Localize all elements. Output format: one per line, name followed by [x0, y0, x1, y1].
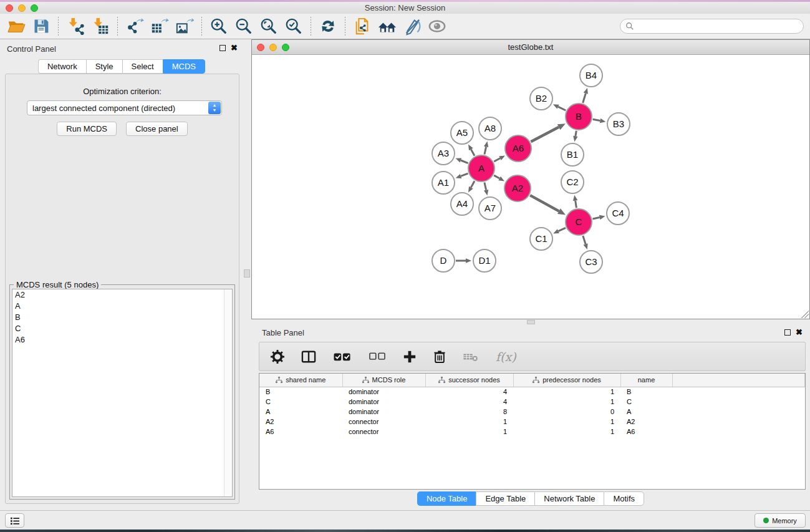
close-panel-icon[interactable]: ✖ — [231, 43, 238, 52]
node-D1[interactable]: D1 — [473, 249, 496, 272]
cell-predecessor-nodes[interactable]: 0 — [513, 407, 620, 417]
node-B1[interactable]: B1 — [561, 143, 584, 166]
node-A[interactable]: A — [468, 155, 494, 181]
run-mcds-button[interactable]: Run MCDS — [57, 122, 117, 136]
tab-network-table[interactable]: Network Table — [534, 491, 604, 506]
edge-D-D1[interactable] — [456, 258, 471, 263]
import-table-icon[interactable] — [88, 15, 113, 37]
zoom-fit-icon[interactable] — [256, 15, 281, 37]
export-table-icon[interactable] — [147, 15, 172, 37]
cell-name[interactable]: B — [620, 387, 672, 397]
close-panel-button[interactable]: Close panel — [126, 122, 188, 136]
cell-predecessor-nodes[interactable]: 1 — [513, 427, 620, 437]
edge-B-B1[interactable] — [573, 131, 577, 142]
node-A8[interactable]: A8 — [479, 117, 501, 140]
optimization-criterion-select[interactable]: largest connected component (directed) ▲… — [27, 100, 222, 115]
home-icon[interactable] — [375, 15, 400, 37]
edge-A6-B[interactable] — [531, 123, 565, 142]
table-panel-float-icon[interactable] — [784, 329, 791, 336]
zoom-selected-icon[interactable] — [281, 15, 306, 37]
mcds-result-item[interactable]: C — [12, 323, 232, 334]
select-all-rows-icon[interactable] — [333, 351, 352, 362]
save-session-icon[interactable] — [29, 15, 54, 37]
edge-A-A4[interactable] — [468, 181, 475, 192]
tab-edge-table[interactable]: Edge Table — [476, 491, 534, 506]
table-row-B[interactable]: Bdominator41B — [259, 387, 805, 397]
cell-shared-name[interactable]: C — [259, 397, 342, 407]
node-D[interactable]: D — [432, 249, 455, 272]
cell-MCDS-role[interactable]: connector — [342, 427, 425, 437]
export-network-icon[interactable] — [122, 15, 147, 37]
edge-B-B3[interactable] — [593, 118, 606, 123]
tab-network[interactable]: Network — [38, 59, 86, 74]
tab-style[interactable]: Style — [86, 59, 122, 74]
export-image-icon[interactable] — [172, 15, 197, 37]
cell-shared-name[interactable]: B — [259, 387, 342, 397]
edge-A-A5[interactable] — [468, 144, 475, 155]
tab-select[interactable]: Select — [122, 59, 163, 74]
cell-MCDS-role[interactable]: dominator — [342, 397, 425, 407]
edge-C-C3[interactable] — [583, 236, 588, 249]
cell-shared-name[interactable]: A — [259, 407, 342, 417]
node-A5[interactable]: A5 — [451, 122, 473, 144]
table-panel-close-icon[interactable]: ✖ — [796, 327, 803, 337]
edge-A-A8[interactable] — [484, 142, 488, 155]
cell-name[interactable]: A — [620, 407, 672, 417]
column-header-shared-name[interactable]: shared name — [259, 374, 342, 387]
cell-name[interactable]: A6 — [620, 427, 672, 437]
mcds-result-item[interactable]: A2 — [12, 289, 232, 301]
column-header-name[interactable]: name — [620, 374, 672, 387]
delete-column-trash-icon[interactable] — [433, 350, 446, 364]
edge-A-A3[interactable] — [456, 158, 468, 163]
cell-predecessor-nodes[interactable]: 1 — [513, 387, 620, 397]
mcds-result-item[interactable]: A — [12, 301, 232, 312]
node-B3[interactable]: B3 — [607, 113, 630, 135]
column-header-MCDS-role[interactable]: MCDS role — [342, 374, 425, 387]
node-A1[interactable]: A1 — [432, 172, 455, 194]
column-header-predecessor-nodes[interactable]: predecessor nodes — [513, 374, 620, 387]
zoom-out-icon[interactable] — [231, 15, 256, 37]
column-layout-icon[interactable] — [301, 350, 316, 364]
refresh-layout-icon[interactable] — [316, 15, 340, 37]
tab-node-table[interactable]: Node Table — [417, 491, 476, 506]
cell-successor-nodes[interactable]: 1 — [425, 427, 513, 437]
cell-successor-nodes[interactable]: 4 — [425, 397, 513, 407]
node-C3[interactable]: C3 — [580, 251, 602, 273]
cell-successor-nodes[interactable]: 1 — [425, 417, 513, 427]
mcds-result-item[interactable]: A6 — [12, 334, 232, 346]
edge-A-A1[interactable] — [456, 173, 468, 178]
table-row-A6[interactable]: A6connector11A6 — [259, 427, 805, 437]
horizontal-divider-grip[interactable] — [527, 320, 535, 324]
node-A2[interactable]: A2 — [504, 175, 531, 201]
add-column-icon[interactable] — [403, 350, 417, 364]
hide-annotations-icon[interactable] — [400, 15, 425, 37]
edge-C-C1[interactable] — [553, 228, 566, 233]
node-C[interactable]: C — [566, 209, 592, 235]
node-A3[interactable]: A3 — [432, 142, 455, 165]
cell-name[interactable]: A2 — [620, 417, 672, 427]
settings-gear-icon[interactable] — [271, 350, 284, 364]
cell-MCDS-role[interactable]: dominator — [342, 387, 425, 397]
float-panel-icon[interactable] — [219, 45, 226, 51]
edge-C-C2[interactable] — [573, 195, 577, 208]
edge-A-A2[interactable] — [494, 175, 504, 181]
open-file-icon[interactable] — [4, 15, 29, 37]
cell-name[interactable]: C — [620, 397, 672, 407]
network-canvas[interactable]: B4B2BB3B1A5A8A6A3AA1A2C2A4A7CC4C1C3DD1 — [252, 55, 809, 319]
import-network-icon[interactable] — [63, 15, 88, 37]
edge-A2-C[interactable] — [530, 195, 566, 215]
duplicate-network-icon[interactable] — [350, 15, 375, 37]
tab-mcds[interactable]: MCDS — [163, 59, 205, 74]
node-C2[interactable]: C2 — [561, 171, 584, 193]
zoom-in-icon[interactable] — [206, 15, 231, 37]
table-row-C[interactable]: Cdominator41C — [259, 397, 805, 407]
edge-B-B2[interactable] — [553, 104, 566, 110]
cell-predecessor-nodes[interactable]: 1 — [513, 397, 620, 407]
edge-B-B4[interactable] — [583, 88, 588, 103]
node-A7[interactable]: A7 — [479, 197, 501, 220]
vertical-divider-grip[interactable] — [244, 269, 250, 278]
cell-predecessor-nodes[interactable]: 1 — [513, 417, 620, 427]
cell-successor-nodes[interactable]: 8 — [425, 407, 513, 417]
node-C4[interactable]: C4 — [607, 202, 629, 225]
mcds-result-item[interactable]: B — [12, 312, 232, 323]
